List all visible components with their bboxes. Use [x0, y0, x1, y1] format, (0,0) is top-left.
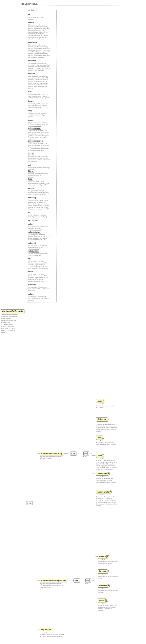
expand-icon[interactable]: + [107, 584, 110, 587]
schema-element: note+ [96, 436, 103, 439]
any-other-label: any ##other [41, 628, 51, 630]
schema-element-desc: A natural language definition of the sem… [96, 424, 118, 432]
connector [77, 453, 83, 454]
root-element: rightsInfoExtProperty [1, 309, 24, 313]
attribute-desc: One or many constraints that apply to pu… [28, 130, 50, 138]
attribute-name: why [28, 109, 32, 112]
schema-element: remoteInfo+ [96, 472, 109, 476]
schema-element-label: remoteInfo [98, 473, 107, 475]
attribute-row: literalA concept identifier expressed as… [28, 170, 55, 176]
attribute-desc: The unit of the value attribute - expres… [28, 253, 50, 256]
group-desc: A group of properites required to define… [40, 456, 64, 460]
expand-icon[interactable]: + [106, 418, 109, 420]
attribute-row: whyWhy the metadata has been included - … [28, 109, 55, 118]
schema-element-label: facet [98, 454, 102, 456]
attributes-box: attributes idThe local identifier of the… [27, 10, 57, 302]
attribute-desc: The identifier of a concept defining the… [28, 261, 50, 269]
attribute-row: pubconstrainturiOne or many constraints … [28, 139, 55, 152]
expand-icon[interactable]: + [105, 599, 108, 602]
schema-element-desc: An identifier of a concept with equivale… [98, 561, 119, 564]
schema-element-desc: An identifier of a more specific concept… [98, 590, 119, 594]
schema-element: definition+ [96, 417, 107, 421]
attribute-desc: A concept identifier expressed as a free… [28, 173, 50, 176]
expand-icon[interactable]: + [102, 436, 104, 438]
schema-element-desc: Additional natural language information … [96, 442, 118, 445]
connector [89, 453, 92, 454]
attribute-name: creator [28, 21, 35, 24]
group-concept-definition: ConceptDefinitionGroup [40, 452, 64, 455]
attribute-desc: The date (and, optionally, the time) whe… [28, 62, 50, 71]
attribute-name: modified [28, 59, 36, 62]
root-element-label: rightsInfoExtProperty [2, 310, 23, 312]
attribute-name: pubconstraint [28, 126, 41, 130]
sequence-def [70, 452, 77, 456]
attribute-row: validtoThe date (and, optionally, the ti… [28, 292, 55, 301]
attribute-name: type [28, 177, 32, 180]
attribute-name: how [28, 90, 32, 94]
attribute-desc: Why the metadata has been included - exp… [28, 112, 50, 118]
attribute-desc: The type of the concept assigned as cont… [28, 181, 50, 186]
expand-icon[interactable]: + [107, 472, 110, 475]
attribute-name: valueunit [28, 242, 37, 245]
group-label: ConceptRelationshipsGroup [41, 580, 66, 582]
attribute-name: valuedatatype [28, 230, 41, 234]
connector [36, 629, 40, 630]
schema-element-label: broader [99, 570, 106, 572]
attribute-desc: A concept identifier expressed as a stri… [28, 156, 50, 163]
occurrence-label: 0..∞ [102, 558, 105, 560]
attributes-list: idThe local identifier of the property.c… [27, 13, 56, 301]
occurrence-label: 0..∞ [100, 403, 103, 404]
attribute-desc: The identifier of a concept defining the… [28, 274, 50, 282]
connector [92, 401, 96, 401]
connector [92, 492, 96, 492]
attribute-row: validfromThe date (and, optionally, the … [28, 283, 55, 292]
expand-icon[interactable]: + [102, 454, 104, 457]
schema-element-desc: An identifier of a more generic concept. [98, 576, 119, 579]
occurrence-label: 0..∞ [102, 602, 105, 604]
schema-element-desc: A natural language name for the concept. [96, 405, 118, 409]
connector [32, 503, 36, 503]
group-label: ConceptDefinitionGroup [41, 452, 62, 454]
attribute-name: xml:lang [28, 196, 36, 199]
connector-backbone [36, 453, 36, 629]
occurrence-label: 0..∞ [102, 573, 105, 575]
occurrence-label: 0..∞ [100, 494, 103, 496]
expand-icon[interactable]: + [106, 556, 109, 558]
attribute-name: reluri [28, 270, 33, 273]
attribute-row: howuriIndicates by which means the value… [28, 100, 55, 108]
expand-icon[interactable]: + [109, 491, 112, 493]
attribute-desc: The directionality of textual content (e… [28, 214, 50, 218]
attribute-desc: The local identifier of the property. [28, 16, 50, 20]
expand-icon[interactable]: + [106, 570, 109, 572]
attribute-row: typeThe type of the concept assigned as … [28, 177, 55, 186]
attribute-row: idThe local identifier of the property. [28, 13, 55, 20]
attribute-desc: Specifies the language of this property … [28, 200, 50, 210]
connector [92, 474, 96, 474]
attribute-name: pubconstrainturi [28, 139, 43, 142]
occurrence-label: 0..∞ [44, 632, 47, 634]
connector [92, 455, 96, 456]
attribute-row: howIndicates by which means the value wa… [28, 90, 55, 99]
attribute-name: valueunituri [28, 249, 39, 252]
attribute-desc: The unit of the value attribute - expres… [28, 245, 50, 248]
group-desc: A group of properites required to indica… [40, 583, 64, 588]
attribute-name: literal [28, 170, 33, 173]
attribute-row: dirThe directionality of textual content… [28, 211, 55, 218]
sequence-main [26, 501, 33, 505]
schema-element: sameAs+ [98, 555, 108, 558]
attribute-row: uriA URI which identifies a concept. [28, 164, 55, 169]
attribute-row: customIf set to true the corresponding p… [28, 72, 55, 89]
attribute-desc: If the property value is not defined, sp… [28, 24, 50, 40]
connector [36, 453, 40, 454]
attribute-desc: The datatype of the value attribute – it… [28, 234, 50, 241]
attribute-desc: One or many constraints that apply to pu… [28, 143, 50, 152]
schema-element-desc: A link to an item or a web resource whic… [96, 478, 118, 483]
attribute-desc: Indicates by which means the value was e… [28, 103, 50, 108]
attribute-name: any ##other [28, 218, 39, 222]
connector [18, 311, 23, 311]
attribute-row: xml:langSpecifies the language of this p… [28, 196, 55, 210]
attribute-name: howuri [28, 100, 35, 103]
sequence-rel [74, 578, 80, 582]
attribute-row: any ##other [28, 218, 55, 222]
expand-icon[interactable]: + [103, 400, 105, 402]
